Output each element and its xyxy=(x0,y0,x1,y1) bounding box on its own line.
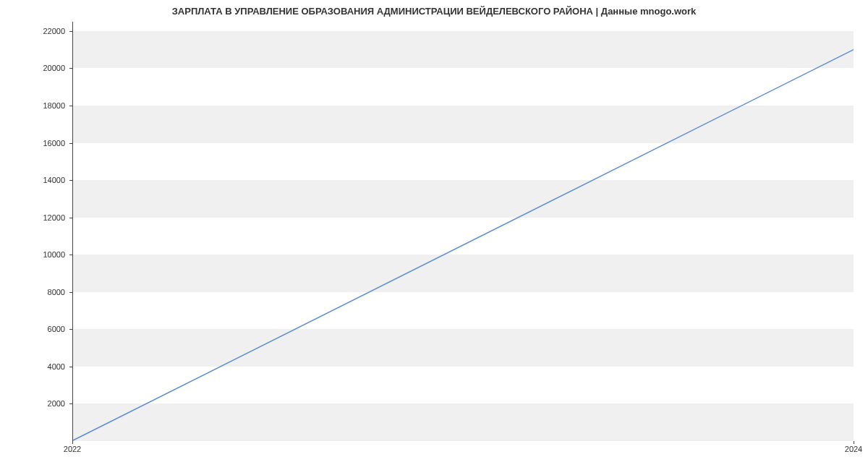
y-tick-mark xyxy=(69,143,72,144)
line-series xyxy=(73,22,854,440)
y-tick-label: 6000 xyxy=(29,325,65,333)
y-tick-mark xyxy=(69,31,72,32)
y-tick-label: 4000 xyxy=(29,362,65,371)
x-tick-label: 2024 xyxy=(845,445,862,453)
y-tick-label: 18000 xyxy=(29,101,65,110)
plot-area xyxy=(72,22,854,441)
y-tick-label: 12000 xyxy=(29,213,65,222)
chart-title: ЗАРПЛАТА В УПРАВЛЕНИЕ ОБРАЗОВАНИЯ АДМИНИ… xyxy=(0,6,868,17)
y-tick-label: 20000 xyxy=(29,64,65,72)
y-tick-mark xyxy=(69,106,72,106)
y-tick-mark xyxy=(69,180,72,181)
y-tick-mark xyxy=(69,367,72,367)
data-line xyxy=(73,50,854,440)
y-tick-label: 10000 xyxy=(29,250,65,259)
x-tick-mark xyxy=(72,441,73,444)
y-tick-label: 2000 xyxy=(29,399,65,408)
y-tick-label: 8000 xyxy=(29,288,65,296)
x-tick-mark xyxy=(854,441,854,444)
y-tick-mark xyxy=(69,292,72,293)
y-tick-label: 22000 xyxy=(29,27,65,35)
x-tick-label: 2022 xyxy=(64,445,81,453)
y-tick-label: 14000 xyxy=(29,176,65,184)
y-tick-mark xyxy=(69,218,72,218)
y-tick-mark xyxy=(69,68,72,69)
y-tick-mark xyxy=(69,255,72,255)
chart-container: ЗАРПЛАТА В УПРАВЛЕНИЕ ОБРАЗОВАНИЯ АДМИНИ… xyxy=(0,0,868,470)
y-tick-label: 16000 xyxy=(29,139,65,148)
y-tick-mark xyxy=(69,329,72,330)
y-tick-mark xyxy=(69,403,72,404)
